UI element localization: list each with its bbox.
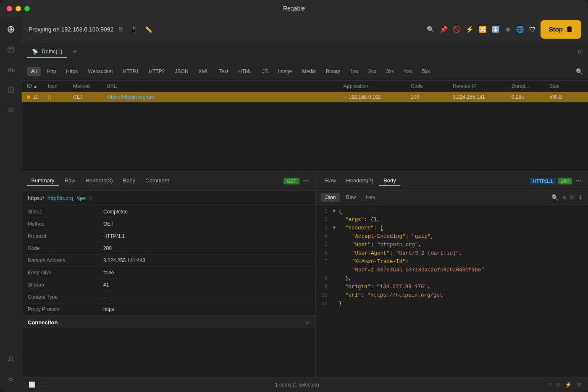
status-help-icon[interactable]: ?	[549, 381, 551, 388]
http-badge: HTTP/1.1	[530, 178, 556, 184]
filter-tab-4xx[interactable]: 4xx	[400, 67, 416, 76]
record-icon[interactable]: ⏺	[505, 26, 511, 33]
mirror-icon[interactable]: 🔀	[479, 26, 487, 33]
body-tab-json[interactable]: Json	[321, 193, 340, 202]
tab-body[interactable]: Body	[119, 176, 140, 186]
filter-tab-5xx[interactable]: 5xx	[418, 67, 434, 76]
tab-right-raw[interactable]: Raw	[321, 176, 340, 186]
stop-button[interactable]: Stop 🗑	[541, 20, 581, 39]
keep-alive-value: false	[103, 270, 310, 276]
sidebar-item-tools[interactable]	[5, 104, 17, 116]
detail-left-tabs: Summary Raw Headers(3) Body Comment GET …	[22, 171, 315, 191]
sidebar-item-analytics[interactable]	[5, 64, 17, 76]
filter-tab-http1[interactable]: HTTP1	[119, 67, 143, 76]
filter-tab-http[interactable]: Http	[42, 67, 60, 76]
toolbar: Proxying on 192.168.0.100:9092 ⎘ 📱 ✏️ 🔍 …	[22, 17, 588, 42]
search-body-icon[interactable]: 🔍	[551, 194, 559, 201]
th-duration: Durati...	[512, 83, 549, 89]
tab-summary[interactable]: Summary	[27, 176, 59, 186]
filter-tab-http2[interactable]: HTTP2	[145, 67, 169, 76]
sidebar	[0, 17, 22, 392]
copy-body-icon[interactable]: ⎘	[570, 194, 574, 201]
filter-tab-binary[interactable]: Binary	[322, 67, 344, 76]
field-keep-alive: Keep Alive false	[22, 267, 315, 279]
tab-headers[interactable]: Headers(3)	[81, 176, 117, 186]
sidebar-item-profile[interactable]	[5, 353, 17, 365]
json-line-8: 8 },	[316, 275, 588, 284]
add-tab-button[interactable]: +	[69, 46, 81, 58]
url-copy-icon[interactable]: ⎘	[89, 195, 92, 201]
filter-tab-3xx[interactable]: 3xx	[382, 67, 398, 76]
filter-search-icon[interactable]: 🔍	[576, 68, 583, 75]
th-application: Application	[344, 83, 411, 89]
protocol-value: HTTP/1.1	[103, 233, 310, 239]
status-lightning-icon[interactable]: ⚡	[565, 381, 572, 388]
filter-tab-websocket[interactable]: Websocket	[84, 67, 117, 76]
close-button[interactable]	[7, 6, 12, 11]
row-duration: 0.28s	[512, 94, 549, 100]
block-icon[interactable]: 🚫	[453, 26, 461, 33]
field-remote-address: Remote Address 3.224.255.141:443	[22, 255, 315, 267]
traffic-tab[interactable]: 📡 Traffic(1)	[27, 46, 67, 58]
row-id: 10	[33, 94, 38, 100]
filter-tab-js[interactable]: JS	[258, 67, 272, 76]
field-protocol: Protocol HTTP/1.1	[22, 230, 315, 242]
filter-tab-1xx[interactable]: 1xx	[346, 67, 362, 76]
main-content: Proxying on 192.168.0.100:9092 ⎘ 📱 ✏️ 🔍 …	[22, 17, 588, 392]
connection-label: Connection	[28, 319, 58, 326]
section-chevron-icon: ∨	[305, 319, 310, 326]
filter-tab-html[interactable]: HTML	[234, 67, 256, 76]
download-icon[interactable]: ⬇️	[492, 26, 500, 33]
field-stream: Stream #1	[22, 279, 315, 291]
field-content-type: Content Type -	[22, 291, 315, 303]
url-scheme: https://	[28, 195, 44, 201]
minimize-button[interactable]	[16, 6, 21, 11]
tab-comment[interactable]: Comment	[141, 176, 173, 186]
detail-area: Summary Raw Headers(3) Body Comment GET …	[22, 171, 588, 377]
copy-proxy-icon[interactable]: ⎘	[118, 25, 124, 34]
filter-tab-media[interactable]: Media	[298, 67, 320, 76]
expand-icon[interactable]: ≡	[563, 194, 566, 201]
json-line-3: 3 ▼ "headers": {	[316, 225, 588, 233]
filter-tab-https[interactable]: Https	[62, 67, 82, 76]
remote-address-value: 3.224.255.141:443	[103, 258, 310, 263]
json-line-10: 10 "url": "https://httpbin.org/get"	[316, 292, 588, 300]
sidebar-item-settings[interactable]	[5, 374, 17, 385]
shield-icon[interactable]: 🛡	[529, 26, 536, 33]
url-path: /get	[76, 195, 86, 201]
edit-proxy-icon[interactable]: ✏️	[143, 25, 154, 34]
sidebar-bottom	[5, 353, 17, 385]
detail-right-menu-icon[interactable]: •••	[574, 176, 583, 186]
sidebar-item-capture[interactable]	[5, 44, 17, 55]
body-tab-hex[interactable]: Hex	[362, 193, 379, 202]
th-method: Method	[73, 83, 107, 89]
tab-raw[interactable]: Raw	[60, 176, 80, 186]
body-tab-raw[interactable]: Raw	[341, 193, 360, 202]
status-fullscreen-icon[interactable]: ⛶	[40, 381, 46, 388]
table-header: ID ▲ Icon Method URL Application Code Re…	[22, 81, 588, 92]
filter-icon[interactable]: 🔍	[427, 26, 435, 33]
sidebar-item-proxy[interactable]	[5, 24, 17, 35]
status-expand-icon[interactable]: ⬜	[29, 381, 35, 388]
filter-tab-text[interactable]: Text	[215, 67, 232, 76]
sidebar-item-history[interactable]	[5, 84, 17, 96]
filter-tab-xml[interactable]: XML	[194, 67, 213, 76]
maximize-button[interactable]	[24, 6, 30, 11]
pin-icon[interactable]: 📌	[440, 26, 448, 33]
tab-right-headers[interactable]: Headers(7)	[342, 176, 378, 186]
status-share-icon[interactable]: ⎘	[556, 381, 560, 388]
clear-traffic-icon[interactable]: ⊟	[578, 49, 583, 55]
filter-tab-all[interactable]: All	[27, 67, 41, 76]
filter-tab-json[interactable]: JSON	[171, 67, 193, 76]
table-row[interactable]: 10 {} GET https://httpbin.org/get ➤ 192.…	[22, 92, 588, 103]
filter-tab-image[interactable]: Image	[274, 67, 296, 76]
filter-tab-2xx[interactable]: 2xx	[364, 67, 381, 76]
download-body-icon[interactable]: ⬇	[578, 194, 583, 201]
script-icon[interactable]: ⚡	[466, 26, 474, 33]
connection-section[interactable]: Connection ∨	[22, 316, 315, 329]
globe-icon[interactable]: 🌐	[516, 26, 524, 33]
status-expand-right-icon[interactable]: ⊞	[577, 381, 581, 388]
qr-icon[interactable]: 📱	[129, 25, 139, 34]
detail-tab-menu-icon[interactable]: •••	[301, 176, 310, 186]
tab-right-body[interactable]: Body	[379, 176, 400, 186]
